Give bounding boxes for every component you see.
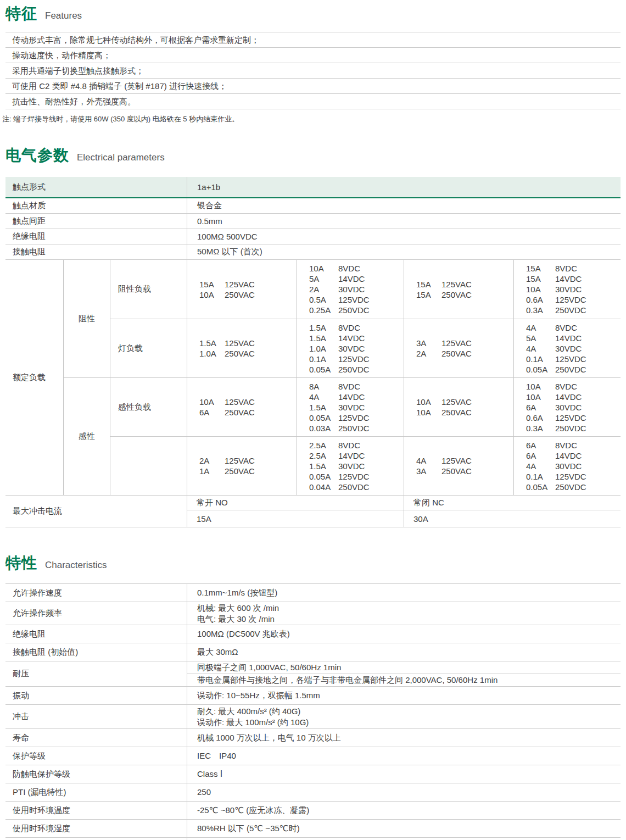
text-line: 采用共通端子切换型触点接触形式； (5, 63, 621, 79)
rating-pair: 10A8VDC (526, 381, 621, 392)
rating-pair: 2A250VAC (416, 348, 513, 359)
rating-pair: 1A250VAC (199, 466, 297, 476)
electrical-title: 电气参数 Electrical parameters (5, 145, 621, 166)
row-label: 绝缘电阻 (5, 625, 187, 643)
rating-pair: 15A250VAC (416, 290, 513, 300)
text-line: 250 (197, 787, 211, 798)
row-label: PTI (漏电特性) (5, 783, 187, 801)
rating-pair: 4A30VDC (526, 343, 621, 354)
table-row: 使用时环境温度 -25℃ ~80℃ (应无冰冻、凝露) (5, 802, 621, 820)
rating-pair: 0.1A125VDC (526, 471, 621, 482)
rating-pair: 1.0A30VDC (309, 343, 404, 354)
text-line: 最大 30mΩ (197, 647, 238, 658)
rating-pair: 1.0A250VAC (199, 348, 297, 359)
rating-pair: 0.1A125VDC (526, 354, 621, 364)
features-title-en: Features (45, 10, 82, 21)
text-line: 传动形式丰富，除常规七种传动结构外，可根据客户需求重新定制； (5, 32, 621, 48)
contact-form-label: 触点形式 (5, 177, 187, 197)
dc-rating-cell: 10A8VDC5A14VDC2A30VDC0.5A125VDC0.25A250V… (297, 260, 404, 319)
contact-form-value: 1a+1b (187, 177, 621, 197)
rating-pair: 10A125VAC (199, 397, 297, 407)
row-value: 80%RH 以下 (5℃ ~35℃时) (187, 820, 621, 837)
dc-rating-cell: 6A8VDC6A14VDC4A30VDC0.1A125VDC0.05A250VD… (513, 436, 621, 495)
rating-pair: 0.3A250VDC (526, 423, 621, 433)
dc-rating-cell: 8A8VDC4A14VDC1.5A30VDC0.05A125VDC0.03A25… (297, 377, 404, 436)
row-label: 允许操作频率 (5, 602, 187, 625)
surge-current-label: 最大冲击电流 (5, 496, 187, 527)
surge-current-block: 最大冲击电流 常开 NO 常闭 NC 15A 30A (5, 496, 621, 527)
text-line: 同极端子之间 1,000VAC, 50/60Hz 1min (187, 661, 621, 674)
table-row: 允许操作频率 机械: 最大 600 次 /min电气: 最大 30 次 /min (5, 602, 621, 625)
text-line: 100MΩ (DC500V 兆欧表) (197, 628, 290, 639)
characteristics-table: 允许操作速度 0.1mm~1m/s (按钮型) 允许操作频率 机械: 最大 60… (5, 583, 621, 840)
row-value: 约 6.2g (按钮型) (187, 838, 621, 840)
text-line: -25℃ ~80℃ (应无冰冻、凝露) (197, 805, 309, 816)
rating-pair: 0.05A250VDC (526, 364, 621, 375)
features-section: 特征 Features 传动形式丰富，除常规七种传动结构外，可根据客户需求重新定… (5, 3, 621, 124)
rating-pair: 0.05A250VDC (526, 482, 621, 492)
rating-pair: 1.5A30VDC (309, 402, 404, 413)
dc-rating-cell: 10A8VDC10A14VDC6A30VDC0.6A125VDC0.3A250V… (513, 377, 621, 436)
ac-rating-cell: 4A125VAC3A250VAC (404, 436, 513, 495)
ac-rating-cell: 2A125VAC1A250VAC (187, 436, 297, 495)
rating-pair: 2.5A8VDC (309, 440, 404, 450)
text-line: 可使用 C2 类即 #4.8 插销端子 (英制 #187) 进行快速接线； (5, 79, 621, 94)
row-label: 使用时环境温度 (5, 802, 187, 819)
rating-pair: 6A30VDC (526, 402, 621, 413)
table-row: 绝缘电阻 100MΩ 500VDC (5, 229, 621, 244)
group-inductive-label: 感性 (63, 377, 110, 495)
electrical-title-en: Electrical parameters (77, 152, 165, 163)
rating-pair: 8A8VDC (309, 381, 404, 392)
ac-rating-cell: 10A125VAC6A250VAC (187, 377, 297, 436)
rating-pair: 0.5A125VDC (309, 294, 404, 305)
rating-pair: 6A14VDC (526, 450, 621, 461)
rating-pair: 10A250VAC (416, 407, 513, 418)
row-value: 误动作: 10~55Hz，双振幅 1.5mm (187, 687, 621, 704)
features-title: 特征 Features (5, 3, 621, 24)
rating-pair: 5A14VDC (526, 333, 621, 343)
row-label: 触点间距 (5, 214, 187, 229)
text-line: 0.1mm~1m/s (按钮型) (197, 587, 277, 598)
text-line: 耐久: 最大 400m/s² (约 40G) (197, 706, 300, 717)
ac-rating-cell: 1.5A125VAC1.0A250VAC (187, 319, 297, 377)
text-line: 机械: 最大 600 次 /min (197, 603, 279, 614)
rating-pair: 6A250VAC (199, 407, 297, 418)
rating-pair: 1.5A14VDC (309, 333, 404, 343)
rating-pair: 4A125VAC (416, 455, 513, 466)
table-row: 寿命 机械 1000 万次以上，电气 10 万次以上 (5, 729, 621, 747)
feature-list: 传动形式丰富，除常规七种传动结构外，可根据客户需求重新定制；操动速度快，动作精度… (5, 32, 621, 109)
rating-pair: 10A250VAC (199, 290, 297, 300)
rating-pair: 0.1A125VDC (309, 354, 404, 364)
rating-pair: 0.25A250VDC (309, 305, 404, 315)
text-line: Class Ⅰ (197, 769, 222, 780)
load-type-label (110, 436, 187, 495)
table-row: 允许操作速度 0.1mm~1m/s (按钮型) (5, 584, 621, 602)
row-label: 触点材质 (5, 198, 187, 213)
row-label: 接触电阻 (初始值) (5, 643, 187, 661)
text-line: 80%RH 以下 (5℃ ~35℃时) (197, 823, 300, 834)
group-resistive-label: 阻性 (63, 260, 110, 377)
row-label: 寿命 (5, 729, 187, 747)
table-row: 接触电阻 (初始值) 最大 30mΩ (5, 643, 621, 661)
row-label: 允许操作速度 (5, 584, 187, 602)
row-value: 100MΩ (DC500V 兆欧表) (187, 625, 621, 643)
rating-pair: 2A30VDC (309, 284, 404, 294)
features-note: 注: 端子焊接导线时，请使用 60W (350 度以内) 电烙铁在 5 秒内结束… (2, 114, 621, 124)
text-line: 抗击性、耐热性好，外壳强度高。 (5, 94, 621, 109)
text-line: 电气: 最大 30 次 /min (197, 614, 275, 625)
row-value: 耐久: 最大 400m/s² (约 40G)误动作: 最大 100m/s² (约… (187, 705, 621, 728)
row-label: 使用时环境湿度 (5, 820, 187, 837)
rating-pair: 1.5A125VAC (199, 338, 297, 348)
rating-pair: 3A250VAC (416, 466, 513, 476)
row-label: 耐压 (5, 661, 187, 686)
normally-closed-header: 常闭 NC (404, 496, 621, 510)
row-value: 机械 1000 万次以上，电气 10 万次以上 (187, 729, 621, 747)
row-value: 同极端子之间 1,000VAC, 50/60Hz 1min带电金属部件与接地之间… (187, 661, 621, 686)
row-value: IEC IP40 (187, 747, 621, 765)
text-line: 操动速度快，动作精度高； (5, 48, 621, 63)
dc-rating-cell: 1.5A8VDC1.5A14VDC1.0A30VDC0.1A125VDC0.05… (297, 319, 404, 377)
row-value: 最大 30mΩ (187, 643, 621, 661)
text-line: 机械 1000 万次以上，电气 10 万次以上 (197, 732, 341, 743)
ac-rating-cell: 15A125VAC10A250VAC (187, 260, 297, 319)
table-row: 接触电阻 50MΩ 以下 (首次) (5, 244, 621, 260)
